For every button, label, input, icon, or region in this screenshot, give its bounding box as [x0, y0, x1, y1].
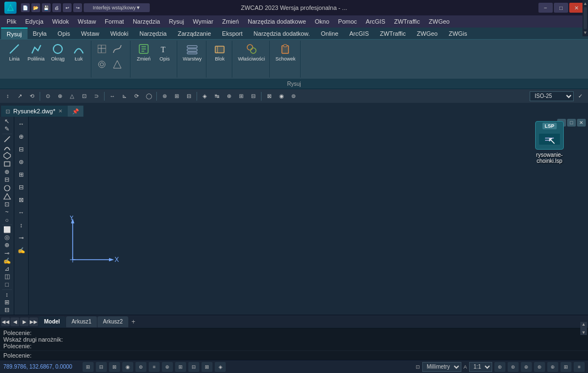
save-icon[interactable]: 💾	[42, 3, 51, 12]
status-lineweight[interactable]: ≡	[149, 362, 160, 372]
tool-line[interactable]	[1, 135, 13, 143]
tool-plus[interactable]: ⊕	[1, 242, 13, 249]
sheet-tab-arkusz2[interactable]: Arkusz2	[97, 316, 128, 327]
status-misc-2[interactable]: ⊛	[508, 362, 519, 372]
status-misc-1[interactable]: ⊛	[494, 362, 505, 372]
menu-item-widok[interactable]: Widok	[48, 15, 74, 28]
status-otrack[interactable]: ⊚	[135, 362, 146, 372]
menu-item-zmień[interactable]: Zmień	[217, 15, 243, 28]
ribbon-btn-luk[interactable]: Łuk	[69, 42, 89, 63]
snap-btn-8[interactable]: ⊃	[91, 91, 102, 102]
ribbon-btn-polilinia[interactable]: Polilinia	[25, 42, 47, 63]
ribbon-tab-zarządzanie[interactable]: Zarządzanie	[172, 28, 217, 40]
menu-item-wstaw[interactable]: Wstaw	[73, 15, 100, 28]
tool-updown[interactable]: ↕	[1, 290, 13, 298]
snap-btn-11[interactable]: ⟳	[131, 91, 142, 102]
ribbon-btn-okrag[interactable]: Okrąg	[48, 42, 68, 63]
tool-pen[interactable]: ✎	[1, 125, 13, 133]
tool-minus2[interactable]: ⊟	[1, 306, 13, 314]
tool-box[interactable]: ⊡	[1, 201, 13, 208]
tool-grid[interactable]: ⊞	[1, 299, 13, 306]
tool-circle2[interactable]: ○	[1, 216, 13, 223]
ribbon-tab-rysuj[interactable]: Rysuj	[1, 28, 28, 40]
snap-btn-3[interactable]: ⟲	[26, 91, 37, 102]
menu-item-zwtraffic[interactable]: ZWTraffic	[390, 15, 424, 28]
ribbon-btn-schowek[interactable]: Schowek	[273, 42, 298, 63]
desktop-file-icon[interactable]: LSP ↖ rysowanie-choinki.lsp	[527, 121, 571, 164]
interface-dropdown[interactable]: Interfejs wstążkowy ▼	[84, 3, 150, 12]
snap-btn-20[interactable]: ⊟	[248, 91, 259, 102]
status-misc-6[interactable]: ⊞	[560, 362, 571, 372]
menu-item-format[interactable]: Format	[100, 15, 128, 28]
tool-rect[interactable]	[1, 160, 13, 168]
drawing-tab-pin[interactable]: 📌	[68, 106, 84, 117]
status-3d[interactable]: ⊠	[202, 362, 213, 372]
menu-item-narzędzia dodatkowe[interactable]: Narzędzia dodatkowe	[243, 15, 311, 28]
tool-rect2[interactable]: ⬜	[1, 226, 13, 233]
menu-item-okno[interactable]: Okno	[311, 15, 334, 28]
snap-btn-9[interactable]: ↔	[107, 91, 118, 102]
canvas-area[interactable]: − □ ✕ Y X	[29, 117, 588, 315]
close-button[interactable]: ✕	[569, 3, 584, 13]
ribbon-tab-wstaw[interactable]: Wstaw	[75, 28, 105, 40]
command-input-field[interactable]	[34, 352, 585, 359]
tool-angle[interactable]: ⊿	[1, 265, 13, 272]
snap-btn-15[interactable]: ⊟	[183, 91, 194, 102]
tool-panel[interactable]: ◫	[1, 273, 13, 280]
tool2-7[interactable]: ⊠	[15, 194, 28, 206]
restore-button[interactable]: □	[554, 3, 568, 13]
tool2-10[interactable]: ⊸	[15, 232, 28, 244]
tool2-6[interactable]: ⊟	[15, 181, 28, 193]
tool-square[interactable]: □	[1, 281, 13, 288]
status-misc-4[interactable]: ⊛	[534, 362, 545, 372]
ribbon-tab-narzędzia[interactable]: Narzędzia	[134, 28, 172, 40]
snap-btn-22[interactable]: ◉	[276, 91, 287, 102]
status-sel[interactable]: ⊟	[188, 362, 199, 372]
menu-item-rysuj[interactable]: Rysuj	[165, 15, 189, 28]
tool-minus[interactable]: ⊟	[1, 176, 13, 183]
snap-btn-21[interactable]: ⊠	[264, 91, 275, 102]
tool2-9[interactable]: ↕	[15, 219, 28, 231]
ribbon-tab-zwgis[interactable]: ZWGis	[443, 28, 473, 40]
scale-selector[interactable]: 1:1	[469, 362, 492, 372]
sheet-nav-first[interactable]: ◀◀	[1, 317, 10, 326]
status-misc-3[interactable]: ⊕	[521, 362, 532, 372]
ribbon-btn-offset[interactable]	[95, 57, 109, 72]
redo-icon[interactable]: ↪	[73, 3, 82, 12]
print-icon[interactable]: 🖨	[52, 3, 61, 12]
ribbon-btn-zmien[interactable]: Zmień	[134, 42, 154, 63]
sheet-tab-model[interactable]: Model	[39, 316, 66, 327]
snap-btn-14[interactable]: ⊞	[171, 91, 182, 102]
tool-wave[interactable]: ~	[1, 209, 13, 216]
snap-btn-2[interactable]: ↗	[14, 91, 25, 102]
snap-btn-1[interactable]: ↕	[2, 91, 13, 102]
ribbon-btn-region[interactable]	[110, 57, 124, 72]
tool-pen2[interactable]: ✍	[1, 257, 13, 265]
ribbon-tab-narzędzia-dodatkow-[interactable]: Narzędzia dodatkow.	[248, 28, 315, 40]
snap-btn-23[interactable]: ⊚	[288, 91, 299, 102]
tool2-1[interactable]: ↔	[15, 118, 28, 130]
ribbon-btn-opis[interactable]: T Opis	[155, 42, 175, 63]
ribbon-tab-zwtraffic[interactable]: ZWTraffic	[374, 28, 411, 40]
status-snap[interactable]: ⊟	[96, 362, 107, 372]
undo-icon[interactable]: ↩	[63, 3, 72, 12]
ribbon-tab-zwgeo[interactable]: ZWGeo	[411, 28, 443, 40]
menu-item-pomoc[interactable]: Pomoc	[334, 15, 361, 28]
ribbon-btn-wlasciwosci[interactable]: Właściwości	[236, 42, 267, 63]
sheet-add-button[interactable]: +	[129, 317, 138, 326]
tool2-3[interactable]: ⊟	[15, 143, 28, 155]
status-annotate[interactable]: ◈	[215, 362, 226, 372]
tab-close-button[interactable]: ✕	[58, 108, 63, 114]
ribbon-btn-spline[interactable]	[110, 42, 124, 56]
tool2-4[interactable]: ⊛	[15, 156, 28, 168]
open-icon[interactable]: 📂	[31, 3, 40, 12]
new-icon[interactable]: 📄	[21, 3, 30, 12]
ribbon-btn-warstwy[interactable]: Warstwy	[181, 42, 204, 63]
ribbon-tab-eksport[interactable]: Eksport	[216, 28, 248, 40]
dw-close[interactable]: ✕	[577, 119, 586, 127]
ribbon-tab-online[interactable]: Online	[315, 28, 344, 40]
menu-item-zwgeo[interactable]: ZWGeo	[424, 15, 454, 28]
status-osnap[interactable]: ◉	[122, 362, 133, 372]
status-polar[interactable]: ⊠	[109, 362, 120, 372]
status-grid[interactable]: ⊞	[83, 362, 94, 372]
